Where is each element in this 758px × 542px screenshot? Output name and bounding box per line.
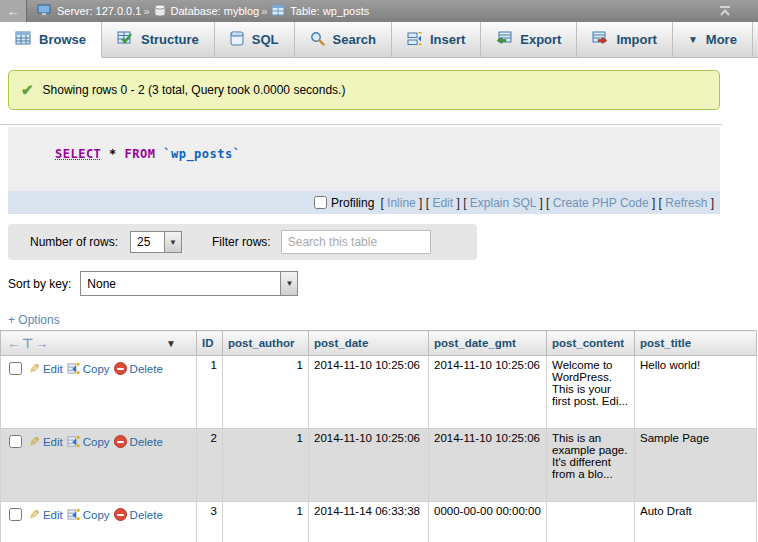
breadcrumb-separator: »: [143, 5, 149, 17]
profiling-checkbox[interactable]: [314, 196, 327, 209]
sql-query-text: SELECT * FROM `wp_posts`: [55, 147, 240, 161]
edit-action[interactable]: ✎Edit: [29, 507, 63, 522]
server-breadcrumb-bar: ← Server: 127.0.0.1 » Database: myblog »…: [0, 0, 758, 22]
number-of-rows-select[interactable]: 25 ▼: [130, 231, 182, 253]
cell-post-date-gmt: 2014-11-10 10:25:06: [429, 356, 547, 429]
copy-icon: [67, 508, 80, 521]
tab-export-label: Export: [520, 32, 561, 47]
insert-icon: [407, 31, 422, 49]
results-table-wrap: ←⊤→ ▼ ID post_author post_date post_date…: [0, 330, 756, 542]
edit-action[interactable]: ✎Edit: [29, 361, 63, 376]
back-arrow-icon: ←: [7, 4, 20, 19]
table-header-row: ←⊤→ ▼ ID post_author post_date post_date…: [1, 331, 757, 356]
export-icon: [496, 31, 512, 48]
import-icon: [592, 31, 608, 48]
row-checkbox[interactable]: [9, 435, 22, 448]
chevron-down-icon: ▼: [164, 232, 181, 252]
tab-export[interactable]: Export: [481, 22, 577, 57]
tab-search[interactable]: Search: [295, 22, 392, 57]
tab-structure[interactable]: Structure: [102, 22, 215, 57]
success-message-text: Showing rows 0 - 2 (3 total, Query took …: [43, 83, 346, 97]
sort-by-key-value: None: [81, 272, 280, 295]
row-checkbox[interactable]: [9, 508, 22, 521]
column-header-post-title[interactable]: post_title: [635, 331, 757, 356]
tab-import[interactable]: Import: [577, 22, 672, 57]
delete-action[interactable]: Delete: [114, 362, 163, 375]
tab-import-label: Import: [616, 32, 656, 47]
edit-action[interactable]: ✎Edit: [29, 434, 63, 449]
tab-search-label: Search: [333, 32, 376, 47]
nav-tabs: Browse Structure SQL Search Insert Expor…: [0, 22, 758, 58]
pencil-icon: ✎: [29, 361, 40, 376]
sql-document-icon: [230, 31, 244, 49]
profiling-link-explain-sql[interactable]: Explain SQL: [470, 196, 536, 210]
tab-structure-label: Structure: [141, 32, 199, 47]
move-columns-control[interactable]: ←⊤→: [7, 336, 50, 351]
sql-star: *: [109, 147, 117, 161]
sort-control: Sort by key: None ▼: [8, 271, 298, 296]
sort-by-key-select[interactable]: None ▼: [80, 271, 298, 296]
sort-by-key-label: Sort by key:: [8, 277, 71, 291]
cell-post-author: 1: [223, 356, 309, 429]
sql-query-box: SELECT * FROM `wp_posts`: [8, 127, 720, 191]
tab-more-label: More: [706, 32, 737, 47]
tab-insert-label: Insert: [430, 32, 465, 47]
cell-post-content: This is an example page. It's different …: [547, 429, 635, 502]
breadcrumb-database[interactable]: Database: myblog: [171, 5, 260, 17]
cell-post-author: 1: [223, 429, 309, 502]
cell-post-title: Auto Draft: [635, 502, 757, 542]
options-toggle[interactable]: + Options: [8, 313, 60, 327]
cell-post-date-gmt: 0000-00-00 00:00:00: [429, 502, 547, 542]
cell-post-title: Sample Page: [635, 429, 757, 502]
copy-icon: [67, 435, 80, 448]
copy-action[interactable]: Copy: [67, 435, 110, 448]
delete-action[interactable]: Delete: [114, 435, 163, 448]
profiling-link-create-php-code[interactable]: Create PHP Code: [553, 196, 649, 210]
sql-table-identifier: `wp_posts`: [163, 147, 240, 161]
back-arrow-button[interactable]: ←: [0, 0, 27, 22]
tab-more[interactable]: ▼ More: [673, 22, 753, 57]
cell-id: 1: [197, 356, 223, 429]
column-header-post-date[interactable]: post_date: [309, 331, 429, 356]
column-header-post-date-gmt[interactable]: post_date_gmt: [429, 331, 547, 356]
pencil-icon: ✎: [29, 434, 40, 449]
column-header-post-author[interactable]: post_author: [223, 331, 309, 356]
structure-icon: [117, 31, 133, 48]
profiling-link-inline[interactable]: Inline: [387, 196, 416, 210]
row-actions-cell: ✎Edit Copy Delete: [1, 356, 197, 429]
chevron-down-icon: ▼: [688, 34, 698, 45]
copy-action[interactable]: Copy: [67, 508, 110, 521]
cell-post-date: 2014-11-10 10:25:06: [309, 356, 429, 429]
table-row: ✎Edit Copy Delete 2 1 2014-11-10 10:25:0…: [1, 429, 757, 502]
cell-id: 2: [197, 429, 223, 502]
success-check-icon: ✔: [21, 81, 34, 99]
phpmyadmin-browse-page: { "topbar": { "back": "←", "server": "Se…: [0, 0, 758, 542]
sql-select-keyword[interactable]: SELECT: [55, 147, 101, 161]
row-actions-cell: ✎Edit Copy Delete: [1, 502, 197, 542]
profiling-link-refresh[interactable]: Refresh: [665, 196, 707, 210]
copy-action[interactable]: Copy: [67, 362, 110, 375]
row-checkbox[interactable]: [9, 362, 22, 375]
column-header-post-content[interactable]: post_content: [547, 331, 635, 356]
number-of-rows-label: Number of rows:: [30, 235, 118, 249]
delete-action[interactable]: Delete: [114, 508, 163, 521]
profiling-link-edit[interactable]: Edit: [432, 196, 453, 210]
success-message: ✔ Showing rows 0 - 2 (3 total, Query too…: [8, 70, 720, 110]
filter-rows-input[interactable]: [281, 230, 431, 254]
delete-icon: [114, 508, 127, 521]
copy-icon: [67, 362, 80, 375]
cell-post-date: 2014-11-14 06:33:38: [309, 502, 429, 542]
collapse-panel-icon[interactable]: [718, 5, 732, 17]
delete-icon: [114, 362, 127, 375]
sql-from-keyword: FROM: [125, 147, 156, 161]
breadcrumb-server[interactable]: Server: 127.0.0.1: [57, 5, 141, 17]
database-icon: [154, 4, 166, 19]
tab-insert[interactable]: Insert: [392, 22, 481, 57]
tab-browse[interactable]: Browse: [0, 22, 102, 58]
tab-sql[interactable]: SQL: [215, 22, 295, 57]
breadcrumb-table[interactable]: Table: wp_posts: [290, 5, 369, 17]
column-header-id[interactable]: ID: [197, 331, 223, 356]
server-icon: [37, 4, 52, 19]
chevron-down-icon[interactable]: ▼: [166, 338, 190, 349]
rows-control-bar: Number of rows: 25 ▼ Filter rows:: [8, 224, 477, 260]
